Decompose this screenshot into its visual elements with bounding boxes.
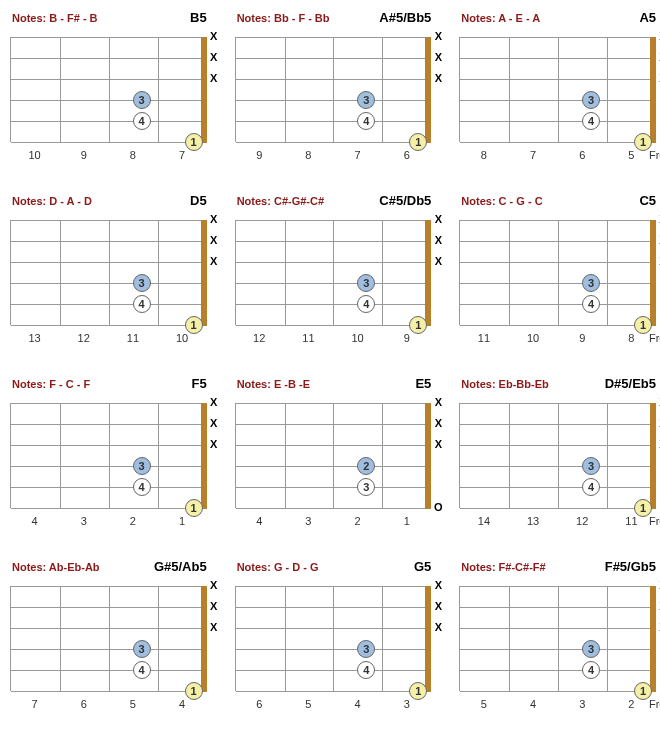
frets-axis-label: Frets <box>649 698 660 710</box>
finger-number: 3 <box>363 643 369 655</box>
notes-label: Notes: F#-C#-F# <box>461 561 545 573</box>
fret-line <box>60 403 61 509</box>
finger-marker: 4 <box>133 295 151 313</box>
mute-icon: X <box>209 51 219 63</box>
fret-number: 9 <box>256 149 262 161</box>
finger-marker: 3 <box>582 91 600 109</box>
chord-header: Notes: Eb-Bb-EbD#5/Eb5 <box>459 376 660 391</box>
mute-icon: X <box>209 438 219 450</box>
fret-line <box>333 220 334 326</box>
chord-header: Notes: F - C - FF5 <box>10 376 221 391</box>
fret-number: 11 <box>302 332 314 344</box>
chord-name: B5 <box>190 10 207 25</box>
chord-name: G#5/Ab5 <box>154 559 207 574</box>
nut-bar <box>425 37 431 143</box>
nut-bar <box>201 220 207 326</box>
notes-label: Notes: Eb-Bb-Eb <box>461 378 548 390</box>
chord-diagram: Notes: F#-C#-F#F#5/Gb5XXX4315432Frets <box>459 559 660 712</box>
chord-diagram: Notes: D - A - DD5XXX43113121110 <box>10 193 221 346</box>
fret-number: 12 <box>576 515 588 527</box>
chord-header: Notes: B - F# - BB5 <box>10 10 221 25</box>
fret-line <box>333 403 334 509</box>
fret-numbers: 4321 <box>235 515 432 529</box>
frets-axis-label: Frets <box>649 332 660 344</box>
mute-icon: X <box>433 234 443 246</box>
nut-bar <box>425 586 431 692</box>
mute-icon: X <box>433 417 443 429</box>
finger-number: 4 <box>139 115 145 127</box>
chord-name: C5 <box>639 193 656 208</box>
fret-line <box>558 403 559 509</box>
nut-bar <box>201 586 207 692</box>
fret-line <box>109 403 110 509</box>
chord-header: Notes: Ab-Eb-AbG#5/Ab5 <box>10 559 221 574</box>
finger-number: 3 <box>588 643 594 655</box>
frets-axis-label: Frets <box>649 515 660 527</box>
finger-marker: 3 <box>133 274 151 292</box>
fret-number: 6 <box>579 149 585 161</box>
chord-grid: Notes: B - F# - BB5XXX43110987Notes: Bb … <box>10 10 660 712</box>
chord-name: F#5/Gb5 <box>605 559 656 574</box>
fret-number: 2 <box>355 515 361 527</box>
chord-header: Notes: C#-G#-C#C#5/Db5 <box>235 193 446 208</box>
finger-number: 1 <box>191 502 197 514</box>
fret-number: 8 <box>481 149 487 161</box>
fret-line <box>285 586 286 692</box>
nut-bar <box>650 586 656 692</box>
mute-icon: X <box>209 600 219 612</box>
chord-name: D5 <box>190 193 207 208</box>
fret-line <box>607 586 608 692</box>
notes-label: Notes: F - C - F <box>12 378 90 390</box>
fret-number: 2 <box>130 515 136 527</box>
fret-number: 12 <box>253 332 265 344</box>
chord-diagram: Notes: C#-G#-C#C#5/Db5XXX4311211109 <box>235 193 446 346</box>
chord-name: A5 <box>639 10 656 25</box>
mute-icon: X <box>433 213 443 225</box>
fret-line <box>158 220 159 326</box>
fret-numbers: 6543 <box>235 698 432 712</box>
fretboard: XXX4315432Frets <box>459 580 660 712</box>
finger-number: 3 <box>139 643 145 655</box>
finger-marker: 4 <box>133 112 151 130</box>
finger-number: 3 <box>139 94 145 106</box>
fret-numbers: 8765 <box>459 149 656 163</box>
fret-line <box>558 586 559 692</box>
chord-name: C#5/Db5 <box>379 193 431 208</box>
fret-number: 10 <box>351 332 363 344</box>
finger-number: 3 <box>588 277 594 289</box>
chord-diagram: Notes: G - D - GG5XXX4316543 <box>235 559 446 712</box>
finger-number: 4 <box>139 481 145 493</box>
fret-number: 4 <box>179 698 185 710</box>
notes-label: Notes: C#-G#-C# <box>237 195 324 207</box>
finger-number: 1 <box>191 136 197 148</box>
fret-numbers: 5432 <box>459 698 656 712</box>
notes-label: Notes: G - D - G <box>237 561 319 573</box>
fret-number: 8 <box>628 332 634 344</box>
mute-icon: X <box>433 600 443 612</box>
finger-number: 1 <box>191 685 197 697</box>
notes-label: Notes: A - E - A <box>461 12 540 24</box>
fret-line <box>382 586 383 692</box>
chord-header: Notes: C - G - CC5 <box>459 193 660 208</box>
finger-number: 3 <box>363 94 369 106</box>
mute-icon: X <box>209 417 219 429</box>
fret-number: 10 <box>527 332 539 344</box>
finger-marker: 4 <box>582 478 600 496</box>
mute-icon: X <box>433 621 443 633</box>
fret-number: 5 <box>130 698 136 710</box>
fret-number: 7 <box>530 149 536 161</box>
fret-line <box>382 403 383 509</box>
nut-bar <box>650 37 656 143</box>
fret-number: 10 <box>176 332 188 344</box>
fret-number: 7 <box>179 149 185 161</box>
finger-number: 4 <box>363 298 369 310</box>
fretboard: XXX4317654 <box>10 580 221 712</box>
fret-number: 4 <box>256 515 262 527</box>
fret-number: 5 <box>628 149 634 161</box>
finger-marker: 3 <box>133 91 151 109</box>
nut-bar <box>201 403 207 509</box>
fret-number: 1 <box>179 515 185 527</box>
fret-number: 4 <box>32 515 38 527</box>
finger-number: 4 <box>588 298 594 310</box>
fret-line <box>60 586 61 692</box>
